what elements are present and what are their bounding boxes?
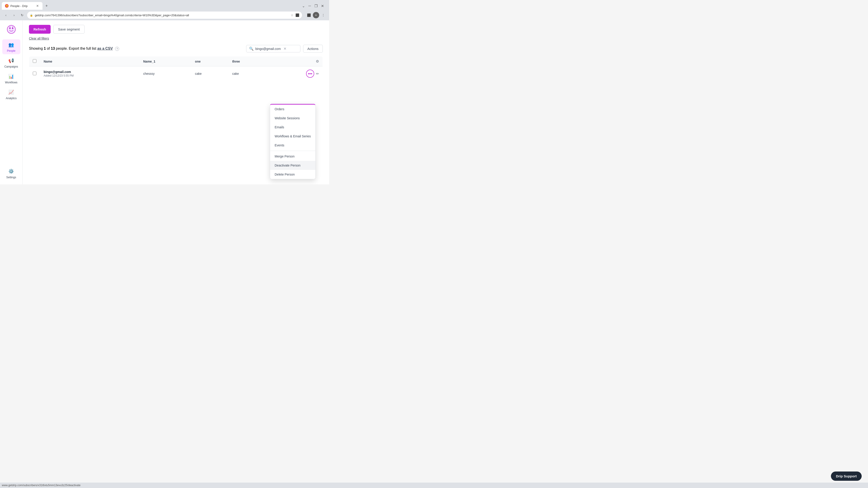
search-clear-button[interactable]: ✕ bbox=[283, 46, 286, 51]
tab-title: People - Drip bbox=[10, 4, 28, 8]
extensions-button[interactable]: ⬛ bbox=[306, 12, 312, 18]
incognito-label: In bbox=[315, 14, 317, 16]
search-value: bingo@gmail.com bbox=[255, 47, 281, 51]
person-email[interactable]: bingo@gmail.com bbox=[43, 70, 136, 74]
export-prefix: Export the full list bbox=[69, 46, 97, 51]
showing-total: 13 bbox=[51, 46, 55, 51]
search-box[interactable]: 🔍 bingo@gmail.com ✕ bbox=[246, 45, 301, 53]
sidebar-item-settings[interactable]: ⚙️ Settings bbox=[2, 166, 20, 181]
maximize-button[interactable]: ❐ bbox=[314, 4, 318, 8]
showing-suffix: people. bbox=[56, 46, 68, 51]
back-button[interactable]: ‹ bbox=[3, 12, 9, 18]
actions-button[interactable]: Actions bbox=[303, 45, 323, 53]
showing-of: of bbox=[47, 46, 50, 51]
column-header-three: three bbox=[228, 57, 269, 66]
dropdown-item-workflows-email-series[interactable]: Workflows & Email Series bbox=[270, 132, 315, 141]
dropdown-menu: Orders Website Sessions Emails Workflows… bbox=[270, 104, 315, 179]
sidebar-item-people[interactable]: 👥 People bbox=[2, 39, 20, 54]
analytics-icon: 📈 bbox=[8, 89, 15, 96]
person-identity-cell: bingo@gmail.com Added 12/12/23 5:55 PM bbox=[40, 66, 140, 81]
row-checkbox-cell bbox=[29, 66, 40, 81]
dropdown-item-merge-person[interactable]: Merge Person bbox=[270, 152, 315, 161]
dropdown-divider bbox=[270, 151, 315, 151]
column-header-name1: Name_1 bbox=[140, 57, 191, 66]
people-label: People bbox=[7, 49, 16, 53]
dropdown-item-emails[interactable]: Emails bbox=[270, 123, 315, 132]
analytics-label: Analytics bbox=[6, 97, 17, 100]
svg-point-1 bbox=[9, 28, 11, 29]
tab-close-button[interactable]: ✕ bbox=[36, 4, 39, 8]
person-one: cake bbox=[232, 72, 239, 75]
showing-text: Showing 1 of 13 people. Export the full … bbox=[29, 46, 119, 51]
showing-row: Showing 1 of 13 people. Export the full … bbox=[29, 45, 323, 53]
sidebar-item-analytics[interactable]: 📈 Analytics bbox=[2, 87, 20, 102]
save-segment-button[interactable]: Save segment bbox=[53, 25, 85, 34]
clear-all-filters-link[interactable]: Clear all filters bbox=[29, 37, 49, 40]
people-icon: 👥 bbox=[8, 41, 15, 48]
person-one-cell: cake bbox=[228, 66, 269, 81]
dropdown-item-deactivate-person[interactable]: Deactivate Person bbox=[270, 161, 315, 170]
column-header-name: Name bbox=[40, 57, 140, 66]
table-settings-button[interactable]: ⚙ bbox=[316, 59, 319, 64]
url-text: getdrip.com/7641396/subscribers?subscrib… bbox=[35, 13, 289, 17]
search-icon: 🔍 bbox=[249, 46, 254, 51]
person-name1-cell: cake bbox=[191, 66, 229, 81]
sidebar: 👥 People 📢 Campaigns 📊 Workflows 📈 Analy… bbox=[0, 20, 23, 184]
help-icon[interactable]: ? bbox=[115, 47, 119, 51]
person-name-cell: chesssy bbox=[140, 66, 191, 81]
dropdown-item-website-sessions[interactable]: Website Sessions bbox=[270, 113, 315, 123]
workflows-label: Workflows bbox=[5, 81, 18, 84]
main-content: Refresh Save segment Clear all filters S… bbox=[23, 20, 329, 184]
browser-chrome: 😊 People - Drip ✕ + ⌄ ─ ❐ ✕ ‹ › ↻ 🔒 getd… bbox=[0, 0, 329, 20]
tab-bar: 😊 People - Drip ✕ + ⌄ ─ ❐ ✕ bbox=[0, 0, 329, 10]
top-bar: Refresh Save segment bbox=[29, 25, 323, 34]
person-name: chesssy bbox=[143, 72, 155, 75]
address-bar[interactable]: 🔒 getdrip.com/7641396/subscribers?subscr… bbox=[27, 11, 302, 19]
table-header-row: Name Name_1 one three ⚙ bbox=[29, 57, 323, 66]
column-header-one: one bbox=[191, 57, 229, 66]
person-name1: cake bbox=[195, 72, 202, 75]
row-actions-cell: ••• ✏ bbox=[269, 66, 322, 81]
people-table: Name Name_1 one three ⚙ bbox=[29, 56, 323, 81]
new-tab-button[interactable]: + bbox=[43, 3, 50, 9]
edit-person-button[interactable]: ✏ bbox=[316, 72, 319, 76]
svg-point-2 bbox=[12, 28, 13, 29]
menu-button[interactable]: ⋮ bbox=[320, 12, 327, 18]
dropdown-item-delete-person[interactable]: Delete Person bbox=[270, 170, 315, 179]
settings-label: Settings bbox=[6, 176, 16, 179]
showing-count: 1 bbox=[44, 46, 46, 51]
refresh-button[interactable]: ↻ bbox=[19, 12, 25, 18]
settings-icon: ⚙️ bbox=[8, 168, 15, 175]
app-logo[interactable] bbox=[6, 24, 17, 35]
checkbox-header bbox=[29, 57, 40, 66]
lock-icon: 🔒 bbox=[30, 14, 33, 17]
address-bar-row: ‹ › ↻ 🔒 getdrip.com/7641396/subscribers?… bbox=[0, 10, 329, 20]
chevron-down-icon[interactable]: ⌄ bbox=[301, 4, 306, 8]
forward-button[interactable]: › bbox=[11, 12, 17, 18]
tab-favicon: 😊 bbox=[5, 4, 8, 8]
active-tab[interactable]: 😊 People - Drip ✕ bbox=[2, 2, 42, 10]
svg-point-0 bbox=[7, 25, 16, 33]
dropdown-item-events[interactable]: Events bbox=[270, 141, 315, 150]
select-all-checkbox[interactable] bbox=[33, 59, 36, 63]
sidebar-item-workflows[interactable]: 📊 Workflows bbox=[2, 71, 20, 86]
table-row: bingo@gmail.com Added 12/12/23 5:55 PM c… bbox=[29, 66, 323, 81]
showing-prefix: Showing bbox=[29, 46, 43, 51]
minimize-button[interactable]: ─ bbox=[307, 4, 312, 8]
more-actions-button[interactable]: ••• bbox=[306, 70, 314, 78]
browser-actions: ⬛ In ⋮ bbox=[306, 12, 327, 18]
refresh-button[interactable]: Refresh bbox=[29, 25, 51, 34]
search-actions-row: 🔍 bingo@gmail.com ✕ Actions bbox=[246, 45, 323, 53]
row-checkbox[interactable] bbox=[33, 72, 36, 75]
incognito-button[interactable]: In bbox=[313, 12, 319, 18]
person-added-date: Added 12/12/23 5:55 PM bbox=[43, 74, 136, 77]
sidebar-item-campaigns[interactable]: 📢 Campaigns bbox=[2, 55, 20, 70]
campaigns-label: Campaigns bbox=[4, 65, 18, 68]
campaigns-icon: 📢 bbox=[8, 57, 15, 64]
close-button[interactable]: ✕ bbox=[320, 4, 324, 8]
dropdown-item-orders[interactable]: Orders bbox=[270, 105, 315, 113]
bookmark-icon[interactable]: ☆ bbox=[291, 13, 293, 17]
column-settings: ⚙ bbox=[269, 57, 322, 66]
tab-search-icon[interactable]: ⬛ bbox=[296, 13, 299, 17]
export-csv-link[interactable]: as a CSV bbox=[97, 46, 113, 51]
